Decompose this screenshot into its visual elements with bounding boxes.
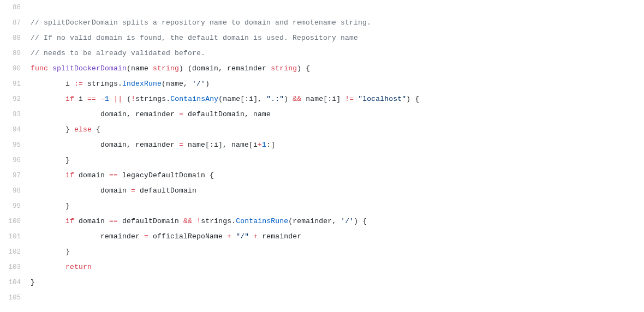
line-number[interactable]: 95	[0, 137, 31, 153]
code-token: i	[74, 95, 87, 103]
code-token: defaultDomain	[135, 187, 196, 195]
line-content[interactable]: domain, remainder = name[:i], name[i+1:]	[31, 137, 644, 153]
line-content[interactable]	[31, 0, 644, 15]
code-token	[31, 95, 65, 103]
code-token: name[:i]	[301, 95, 345, 103]
code-token: // If no valid domain is found, the defa…	[31, 34, 358, 42]
code-token: ContainsAny	[170, 95, 218, 103]
code-line[interactable]: 94 } else {	[0, 122, 644, 137]
code-line[interactable]: 87// splitDockerDomain splits a reposito…	[0, 15, 644, 31]
line-number[interactable]: 93	[0, 107, 31, 122]
line-number[interactable]: 103	[0, 260, 31, 275]
code-token	[48, 64, 52, 73]
code-token: ) {	[297, 64, 310, 73]
code-line[interactable]: 100 if domain == defaultDomain && !strin…	[0, 214, 644, 229]
code-line[interactable]: 91 i := strings.IndexRune(name, '/')	[0, 76, 644, 92]
line-number[interactable]: 99	[0, 199, 31, 214]
code-line[interactable]: 103 return	[0, 260, 644, 275]
code-line[interactable]: 88// If no valid domain is found, the de…	[0, 31, 644, 46]
code-token: )	[205, 80, 210, 88]
line-content[interactable]: if i == -1 || (!strings.ContainsAny(name…	[31, 92, 644, 107]
code-token: name[:i], name[i	[183, 141, 258, 149]
line-content[interactable]: }	[31, 199, 644, 214]
line-content[interactable]: func splitDockerDomain(name string) (dom…	[31, 61, 644, 76]
line-content[interactable]: domain, remainder = defaultDomain, name	[31, 107, 644, 122]
line-content[interactable]: // splitDockerDomain splits a repository…	[31, 15, 644, 31]
line-number[interactable]: 104	[0, 275, 31, 290]
line-content[interactable]: if domain == legacyDefaultDomain {	[31, 168, 644, 183]
code-token: +	[253, 232, 258, 241]
line-number[interactable]: 102	[0, 244, 31, 260]
code-line[interactable]: 92 if i == -1 || (!strings.ContainsAny(n…	[0, 92, 644, 107]
code-token: +	[258, 141, 262, 149]
line-content[interactable]: return	[31, 260, 644, 275]
line-number[interactable]: 98	[0, 183, 31, 199]
code-line[interactable]: 86	[0, 0, 644, 15]
line-number[interactable]: 89	[0, 46, 31, 61]
code-token: :]	[266, 141, 275, 149]
code-token: remainder	[31, 232, 144, 241]
code-line[interactable]: 89// needs to be already validated befor…	[0, 46, 644, 61]
line-content[interactable]: domain = defaultDomain	[31, 183, 644, 199]
code-token: !=	[345, 95, 354, 103]
code-token: officialRepoName	[148, 232, 227, 241]
line-number[interactable]: 87	[0, 15, 31, 31]
code-token: "localhost"	[358, 95, 406, 103]
code-line[interactable]: 104}	[0, 275, 644, 290]
code-token: remainder	[258, 232, 301, 241]
code-viewer: 8687// splitDockerDomain splits a reposi…	[0, 0, 644, 305]
line-number[interactable]: 101	[0, 229, 31, 244]
line-content[interactable]: } else {	[31, 122, 644, 137]
code-token: ) (domain, remainder	[179, 64, 271, 73]
code-token: splitDockerDomain	[52, 64, 127, 73]
code-line[interactable]: 101 remainder = officialRepoName + "/" +…	[0, 229, 644, 244]
line-content[interactable]: // needs to be already validated before.	[31, 46, 644, 61]
line-number[interactable]: 88	[0, 31, 31, 46]
code-token: (name	[127, 64, 153, 73]
line-content[interactable]: i := strings.IndexRune(name, '/')	[31, 76, 644, 92]
code-token: =	[179, 110, 183, 118]
code-token: "/"	[236, 232, 249, 241]
code-line[interactable]: 93 domain, remainder = defaultDomain, na…	[0, 107, 644, 122]
line-content[interactable]: remainder = officialRepoName + "/" + rem…	[31, 229, 644, 244]
code-token: // splitDockerDomain splits a repository…	[31, 19, 371, 27]
code-line[interactable]: 90func splitDockerDomain(name string) (d…	[0, 61, 644, 76]
line-content[interactable]: }	[31, 275, 644, 290]
line-content[interactable]: if domain == defaultDomain && !strings.C…	[31, 214, 644, 229]
code-line[interactable]: 105	[0, 290, 644, 305]
code-token: -	[100, 95, 105, 103]
code-token: // needs to be already validated before.	[31, 49, 205, 57]
line-number[interactable]: 91	[0, 76, 31, 92]
line-content[interactable]: // If no valid domain is found, the defa…	[31, 31, 644, 46]
code-token: '/'	[341, 217, 354, 225]
code-line[interactable]: 102 }	[0, 244, 644, 260]
line-number[interactable]: 96	[0, 153, 31, 168]
code-token: }	[31, 125, 74, 134]
code-token: ContainsRune	[236, 217, 288, 225]
line-number[interactable]: 90	[0, 61, 31, 76]
line-number[interactable]: 86	[0, 0, 31, 15]
code-token: if	[65, 217, 74, 225]
code-line[interactable]: 97 if domain == legacyDefaultDomain {	[0, 168, 644, 183]
code-token	[96, 95, 100, 103]
code-token: ==	[109, 217, 118, 225]
line-content[interactable]	[31, 290, 644, 305]
line-content[interactable]: }	[31, 153, 644, 168]
code-token: domain, remainder	[31, 141, 179, 149]
code-token: domain	[74, 171, 109, 179]
line-number[interactable]: 105	[0, 290, 31, 305]
code-token: ==	[87, 95, 96, 103]
line-number[interactable]: 97	[0, 168, 31, 183]
code-line[interactable]: 99 }	[0, 199, 644, 214]
code-token: return	[65, 263, 92, 271]
code-token: i	[31, 80, 74, 88]
code-token	[231, 232, 236, 241]
line-content[interactable]: }	[31, 244, 644, 260]
line-number[interactable]: 100	[0, 214, 31, 229]
code-line[interactable]: 96 }	[0, 153, 644, 168]
code-token: =	[131, 187, 135, 195]
line-number[interactable]: 92	[0, 92, 31, 107]
line-number[interactable]: 94	[0, 122, 31, 137]
code-line[interactable]: 95 domain, remainder = name[:i], name[i+…	[0, 137, 644, 153]
code-line[interactable]: 98 domain = defaultDomain	[0, 183, 644, 199]
